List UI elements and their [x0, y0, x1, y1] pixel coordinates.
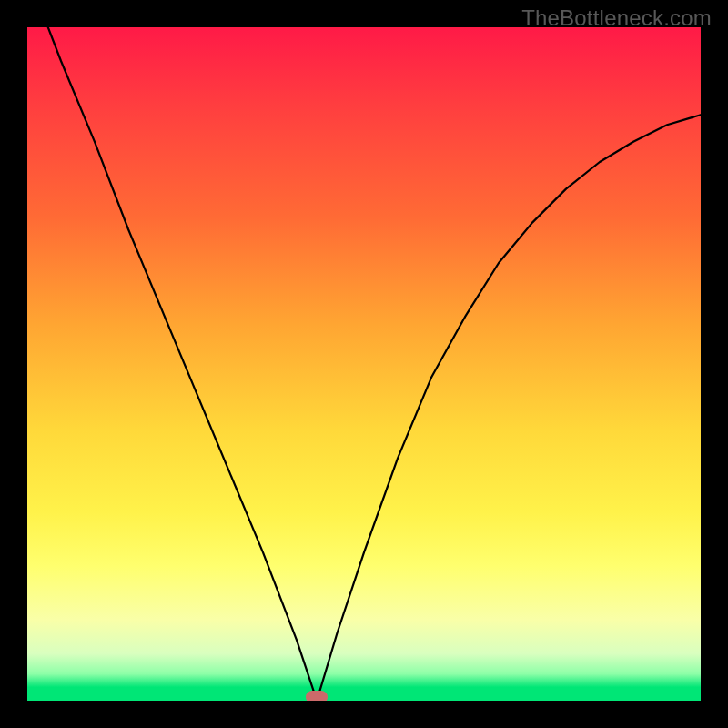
watermark-text: TheBottleneck.com [521, 5, 712, 31]
bottleneck-curve [27, 27, 701, 701]
plot-area [27, 27, 701, 701]
minimum-marker [306, 691, 328, 701]
chart-frame: TheBottleneck.com [0, 0, 728, 728]
